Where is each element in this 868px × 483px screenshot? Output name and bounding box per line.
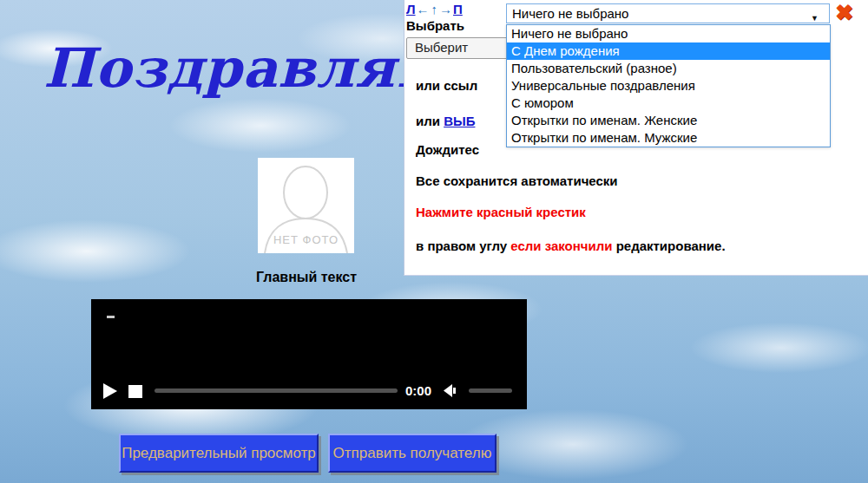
nav-right-link[interactable]: П bbox=[453, 2, 463, 16]
play-icon[interactable] bbox=[103, 383, 117, 399]
up-arrow-icon[interactable]: ↑ bbox=[431, 2, 438, 16]
dropdown-option[interactable]: Открытки по именам. Женские bbox=[507, 112, 830, 129]
wait-text: Дождитес bbox=[416, 142, 479, 157]
nav-left-link[interactable]: Л bbox=[406, 2, 416, 16]
category-select[interactable]: Ничего не выбрано ▼ bbox=[506, 3, 830, 23]
final-line-highlight: если закончили bbox=[510, 238, 612, 253]
final-line-part1: в правом углу bbox=[416, 238, 510, 253]
player-time: 0:00 bbox=[405, 383, 431, 398]
or-choose-prefix: или bbox=[416, 114, 444, 128]
left-arrow-icon[interactable]: ← bbox=[417, 2, 430, 16]
final-line: в правом углу если закончили редактирова… bbox=[416, 238, 726, 253]
choose-label: Выбрать bbox=[406, 18, 464, 33]
photo-placeholder[interactable]: НЕТ ФОТО bbox=[258, 158, 354, 253]
seek-slider[interactable] bbox=[155, 388, 398, 393]
send-button[interactable]: Отправить получателю bbox=[328, 434, 496, 473]
dropdown-option[interactable]: Ничего не выбрано bbox=[507, 25, 830, 42]
dropdown-option[interactable]: Открытки по именам. Мужские bbox=[507, 129, 830, 147]
choose-file-button[interactable]: Выберит bbox=[406, 37, 519, 59]
dropdown-option[interactable]: С юмором bbox=[507, 95, 830, 112]
category-option-list: Ничего не выбрано С Днем рождения Пользо… bbox=[506, 24, 831, 147]
or-link-text: или ссыл bbox=[416, 78, 477, 93]
category-select-value: Ничего не выбрано bbox=[512, 6, 628, 21]
editor-panel: Л←↑→П Выбрать Выберит или ссыл или ВЫБ Д… bbox=[404, 0, 868, 276]
audio-player: 0:00 bbox=[91, 299, 527, 409]
dropdown-option[interactable]: С Днем рождения bbox=[507, 42, 830, 60]
stop-icon[interactable] bbox=[128, 385, 142, 398]
red-cross-line: Нажмите красный крестик bbox=[416, 205, 586, 219]
autosave-line: Все сохранится автоматически bbox=[416, 173, 618, 188]
final-line-part2: редактирование. bbox=[612, 238, 725, 253]
preview-button[interactable]: Предварительный просмотр bbox=[119, 434, 319, 473]
main-text-label: Главный текст bbox=[236, 270, 377, 285]
volume-slider[interactable] bbox=[469, 388, 512, 393]
nav-row: Л←↑→П bbox=[406, 2, 463, 16]
dropdown-option[interactable]: Универсальные поздравления bbox=[507, 77, 830, 95]
page: Поздравляю с пра НЕТ ФОТО Главный текст … bbox=[0, 0, 868, 483]
choose-from-collection-link[interactable]: ВЫБ bbox=[444, 114, 475, 128]
volume-icon[interactable] bbox=[444, 384, 458, 397]
close-icon[interactable]: ✖ bbox=[835, 0, 853, 24]
right-arrow-icon[interactable]: → bbox=[439, 2, 452, 16]
player-dash bbox=[107, 316, 115, 318]
or-link-line: или ссыл bbox=[416, 78, 477, 93]
dropdown-option[interactable]: Пользовательский (разное) bbox=[507, 60, 830, 77]
no-photo-label: НЕТ ФОТО bbox=[258, 233, 354, 246]
or-choose-line: или ВЫБ bbox=[416, 114, 475, 128]
wait-line: Дождитес bbox=[416, 142, 479, 157]
